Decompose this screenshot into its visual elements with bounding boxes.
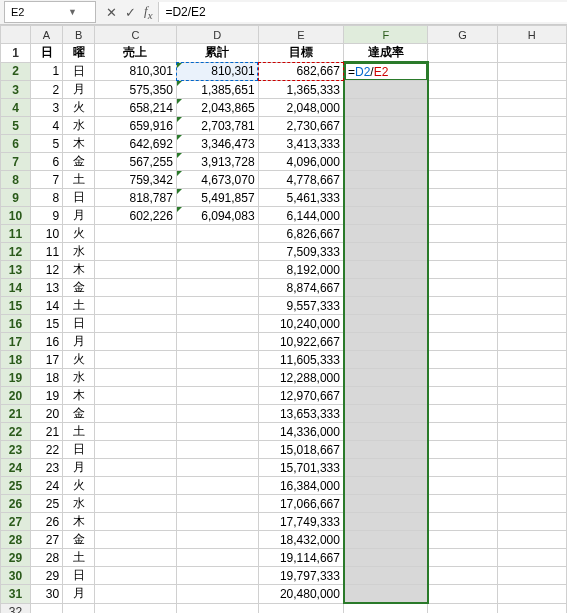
spreadsheet-grid[interactable]: A B C D E F G H 1 日 曜 売上 累計 目標 達成率 21日81… [0, 25, 567, 613]
cell[interactable] [344, 405, 428, 423]
cell[interactable] [176, 603, 258, 613]
row-header[interactable]: 28 [1, 531, 31, 549]
cell[interactable]: 2 [31, 81, 63, 99]
cell[interactable]: 11 [31, 243, 63, 261]
cell[interactable]: 6,826,667 [258, 225, 344, 243]
cell[interactable] [497, 117, 566, 135]
row-header[interactable]: 15 [1, 297, 31, 315]
row-header[interactable]: 18 [1, 351, 31, 369]
cell[interactable] [344, 153, 428, 171]
cell[interactable]: 4,673,070 [176, 171, 258, 189]
cell[interactable]: 14 [31, 297, 63, 315]
cell[interactable]: 5,461,333 [258, 189, 344, 207]
table-row[interactable]: 2524火16,384,000 [1, 477, 567, 495]
row-header[interactable]: 5 [1, 117, 31, 135]
cell[interactable] [497, 441, 566, 459]
cell[interactable] [497, 62, 566, 81]
cell[interactable]: 19 [31, 387, 63, 405]
cell[interactable]: 4,096,000 [258, 153, 344, 171]
table-row[interactable]: 109月602,2266,094,0836,144,000 [1, 207, 567, 225]
cell[interactable] [95, 279, 177, 297]
row-header[interactable]: 13 [1, 261, 31, 279]
cell[interactable]: 13 [31, 279, 63, 297]
cell[interactable]: 3,913,728 [176, 153, 258, 171]
cell[interactable] [176, 387, 258, 405]
cell[interactable] [497, 369, 566, 387]
cell[interactable] [344, 117, 428, 135]
cell[interactable] [176, 405, 258, 423]
cell[interactable]: 日 [63, 62, 95, 81]
cell[interactable]: 7,509,333 [258, 243, 344, 261]
cell[interactable] [344, 459, 428, 477]
cell[interactable] [497, 459, 566, 477]
cell[interactable]: 4,778,667 [258, 171, 344, 189]
cell[interactable]: 810,301 [95, 62, 177, 81]
cell[interactable]: 累計 [176, 44, 258, 63]
cell[interactable]: 3,346,473 [176, 135, 258, 153]
cell[interactable]: 25 [31, 495, 63, 513]
cell[interactable]: 水 [63, 243, 95, 261]
cell[interactable] [428, 585, 497, 604]
cell[interactable] [497, 243, 566, 261]
cell[interactable] [428, 441, 497, 459]
cell[interactable] [497, 153, 566, 171]
col-header-A[interactable]: A [31, 26, 63, 44]
cell[interactable]: 20 [31, 405, 63, 423]
cell[interactable] [344, 351, 428, 369]
table-row[interactable]: 43火658,2142,043,8652,048,000 [1, 99, 567, 117]
cell[interactable] [428, 531, 497, 549]
cell[interactable] [95, 513, 177, 531]
cell[interactable]: 17 [31, 351, 63, 369]
row-header[interactable]: 17 [1, 333, 31, 351]
cell[interactable] [428, 549, 497, 567]
cell[interactable]: 27 [31, 531, 63, 549]
cell[interactable]: 月 [63, 585, 95, 604]
cell[interactable] [428, 495, 497, 513]
cell[interactable]: 26 [31, 513, 63, 531]
cell[interactable] [176, 459, 258, 477]
cell[interactable]: 8 [31, 189, 63, 207]
cell[interactable] [344, 135, 428, 153]
cell[interactable]: 達成率 [344, 44, 428, 63]
cell[interactable] [428, 62, 497, 81]
cell[interactable]: 2,043,865 [176, 99, 258, 117]
cell[interactable] [258, 603, 344, 613]
cell[interactable] [428, 423, 497, 441]
cell[interactable] [497, 207, 566, 225]
table-row[interactable]: 1 日 曜 売上 累計 目標 達成率 [1, 44, 567, 63]
cell[interactable] [497, 297, 566, 315]
table-row[interactable]: 54水659,9162,703,7812,730,667 [1, 117, 567, 135]
row-header[interactable]: 22 [1, 423, 31, 441]
row-header[interactable]: 9 [1, 189, 31, 207]
cell[interactable]: 6,144,000 [258, 207, 344, 225]
table-row[interactable]: 3130月20,480,000 [1, 585, 567, 604]
cell[interactable]: 810,301 [176, 62, 258, 81]
table-row[interactable]: 2625水17,066,667 [1, 495, 567, 513]
table-row[interactable]: 2827金18,432,000 [1, 531, 567, 549]
cell[interactable]: 16,384,000 [258, 477, 344, 495]
cell[interactable]: 9 [31, 207, 63, 225]
cell[interactable]: 5,491,857 [176, 189, 258, 207]
chevron-down-icon[interactable]: ▼ [50, 7, 95, 17]
row-header[interactable]: 7 [1, 153, 31, 171]
cell[interactable] [428, 153, 497, 171]
cell[interactable] [344, 423, 428, 441]
row-header[interactable]: 2 [1, 62, 31, 81]
cell[interactable]: 水 [63, 495, 95, 513]
cell[interactable] [95, 369, 177, 387]
cell[interactable]: 20,480,000 [258, 585, 344, 604]
cell[interactable] [95, 549, 177, 567]
cell[interactable] [176, 513, 258, 531]
cell[interactable]: 18 [31, 369, 63, 387]
cell[interactable]: 14,336,000 [258, 423, 344, 441]
cell[interactable] [497, 477, 566, 495]
cell[interactable] [497, 567, 566, 585]
cell[interactable] [428, 189, 497, 207]
row-header[interactable]: 14 [1, 279, 31, 297]
cell[interactable]: 日 [63, 567, 95, 585]
cell[interactable] [497, 99, 566, 117]
cell[interactable]: 1,365,333 [258, 81, 344, 99]
cell[interactable]: 12,288,000 [258, 369, 344, 387]
cell[interactable]: 日 [63, 315, 95, 333]
cell[interactable]: 土 [63, 423, 95, 441]
